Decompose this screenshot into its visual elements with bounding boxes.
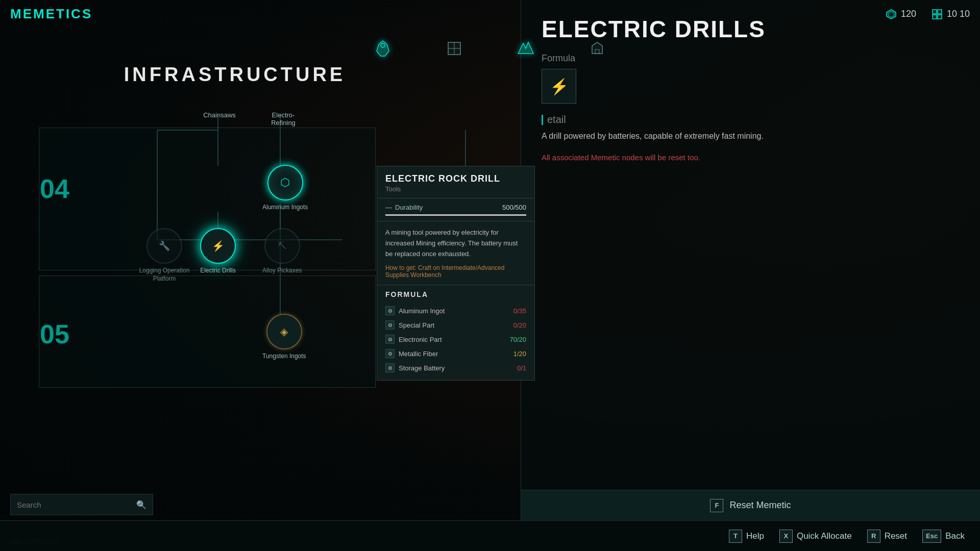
node-circle-logging: 🔧	[146, 228, 182, 264]
formula-item-name-3: ⚙ Metallic Fiber	[385, 349, 438, 358]
category-row	[0, 28, 980, 69]
tooltip-popup: ELECTRIC ROCK DRILL Tools — Durability 5…	[377, 166, 535, 381]
formula-item-name-2: ⚙ Electronic Part	[385, 335, 442, 344]
search-input[interactable]	[17, 500, 131, 509]
search-bar: 🔍	[10, 494, 153, 515]
formula-row-4: ⚙ Storage Battery 0/1	[385, 361, 526, 375]
formula-item-icon-0: ⚙	[385, 306, 395, 315]
drills-label: Electric Drills	[200, 267, 235, 275]
row-label-04: 04	[40, 173, 69, 204]
bottom-action-help[interactable]: T Help	[729, 530, 764, 543]
resource2-value: 10 10	[947, 9, 970, 19]
help-key: T	[729, 530, 742, 543]
section-box-05	[39, 276, 376, 388]
tooltip-formula-section: FORMULA ⚙ Aluminum Ingot 0/35 ⚙ Special …	[377, 285, 534, 380]
category-icon-3[interactable]	[513, 36, 538, 61]
tooltip-durability-section: — Durability 500/500	[377, 198, 534, 221]
pickaxes-label: Alloy Pickaxes	[262, 267, 302, 275]
formula-icon: ⚡	[550, 78, 569, 95]
formula-item-name-1: ⚙ Special Part	[385, 320, 434, 330]
tooltip-body: A mining tool powered by electricity for…	[377, 221, 534, 285]
reset-key-badge: F	[710, 499, 723, 512]
svg-rect-5	[938, 15, 942, 19]
svg-rect-3	[938, 10, 942, 14]
tungsten-icon: ◈	[280, 325, 288, 338]
svg-rect-4	[933, 15, 937, 19]
bottom-action-reset[interactable]: R Reset	[867, 530, 907, 543]
reset-memetic-label: Reset Memetic	[729, 500, 791, 511]
node-circle-tungsten: ◈	[266, 314, 302, 349]
section-title: INFRASTRUCTURE	[0, 64, 470, 86]
stat-resource2: 10 10	[932, 9, 970, 20]
pickaxes-icon: ⛏	[278, 241, 287, 252]
tooltip-how-to-get: How to get: Craft on Intermediate/Advanc…	[385, 264, 526, 279]
tooltip-subtitle: Tools	[385, 185, 526, 193]
game-title: MEMETICS	[10, 6, 92, 22]
category-icon-2[interactable]	[442, 36, 467, 61]
formula-icon-box: ⚡	[542, 69, 576, 104]
help-label: Help	[746, 531, 764, 541]
formula-section-title: FORMULA	[385, 290, 526, 298]
node-circle-drills: ⚡	[200, 228, 236, 264]
resource2-icon	[932, 9, 943, 20]
formula-item-icon-2: ⚙	[385, 335, 395, 344]
bottom-action-back[interactable]: Esc Back	[922, 530, 965, 543]
node-alloy-pickaxes[interactable]: ⛏ Alloy Pickaxes	[262, 228, 302, 275]
tooltip-title: ELECTRIC ROCK DRILL	[385, 173, 526, 184]
top-bar: MEMETICS 120 10 10	[0, 0, 980, 28]
durability-value: 500/500	[502, 204, 526, 211]
node-electric-drills[interactable]: ⚡ Electric Drills	[200, 228, 236, 275]
formula-count-2: 70/20	[509, 336, 526, 343]
detail-label: etail	[542, 114, 960, 126]
resource1-icon	[886, 9, 897, 20]
tungsten-label: Tungsten Ingots	[262, 353, 306, 361]
reset-warning: All associated Memetic nodes will be res…	[542, 153, 960, 162]
resource1-value: 120	[901, 9, 916, 19]
node-aluminum-ingots[interactable]: ⬡ Aluminum Ingots	[262, 165, 308, 212]
durability-bar	[385, 214, 526, 216]
node-circle-pickaxes: ⛏	[264, 228, 300, 264]
category-icon-1[interactable]	[370, 36, 396, 61]
quick-allocate-label: Quick Allocate	[797, 531, 852, 541]
chainsaws-label: Chainsaws	[202, 111, 237, 119]
formula-row-1: ⚙ Special Part 0/20	[385, 318, 526, 332]
back-label: Back	[945, 531, 965, 541]
bottom-action-quick-allocate[interactable]: X Quick Allocate	[779, 530, 852, 543]
back-key: Esc	[922, 530, 941, 543]
node-logging[interactable]: 🔧 Logging Operation Platform	[139, 228, 190, 283]
quick-allocate-key: X	[779, 530, 793, 543]
durability-label: — Durability	[385, 204, 423, 211]
logging-label: Logging Operation Platform	[139, 267, 190, 283]
aluminum-label: Aluminum Ingots	[262, 204, 308, 212]
node-circle-aluminum: ⬡	[267, 165, 303, 201]
tooltip-description: A mining tool powered by electricity for…	[385, 228, 526, 259]
durability-fill	[385, 214, 526, 216]
detail-desc: A drill powered by batteries, capable of…	[542, 130, 787, 143]
row-label-05: 05	[40, 319, 69, 349]
reset-key: R	[867, 530, 880, 543]
svg-rect-2	[933, 10, 937, 14]
search-icon: 🔍	[136, 500, 146, 510]
bottom-bar: T Help X Quick Allocate R Reset Esc Back	[0, 520, 980, 551]
reset-label: Reset	[885, 531, 907, 541]
node-tungsten[interactable]: ◈ Tungsten Ingots	[262, 314, 306, 361]
stat-resource1: 120	[886, 9, 916, 20]
right-panel: ELECTRIC DRILLS Formula ⚡ etail A drill …	[521, 0, 980, 520]
formula-item-icon-3: ⚙	[385, 349, 395, 358]
durability-row: — Durability 500/500	[385, 204, 526, 211]
aluminum-icon: ⬡	[280, 176, 290, 189]
formula-count-3: 1/20	[513, 350, 526, 358]
category-icon-4[interactable]	[584, 36, 610, 61]
stats-area: 120 10 10	[886, 9, 970, 20]
formula-count-0: 0/35	[513, 307, 526, 315]
formula-row-2: ⚙ Electronic Part 70/20	[385, 332, 526, 346]
formula-item-name-4: ⚙ Storage Battery	[385, 363, 445, 372]
electro-refining-label: Electro-Refining	[260, 111, 306, 127]
formula-item-icon-1: ⚙	[385, 320, 395, 330]
tooltip-header: ELECTRIC ROCK DRILL Tools	[377, 166, 534, 198]
formula-count-4: 0/1	[517, 364, 526, 372]
formula-item-name-0: ⚙ Aluminum Ingot	[385, 306, 445, 315]
reset-memetic-button[interactable]: F Reset Memetic	[521, 490, 980, 520]
formula-count-1: 0/20	[513, 321, 526, 329]
formula-row-3: ⚙ Metallic Fiber 1/20	[385, 346, 526, 361]
